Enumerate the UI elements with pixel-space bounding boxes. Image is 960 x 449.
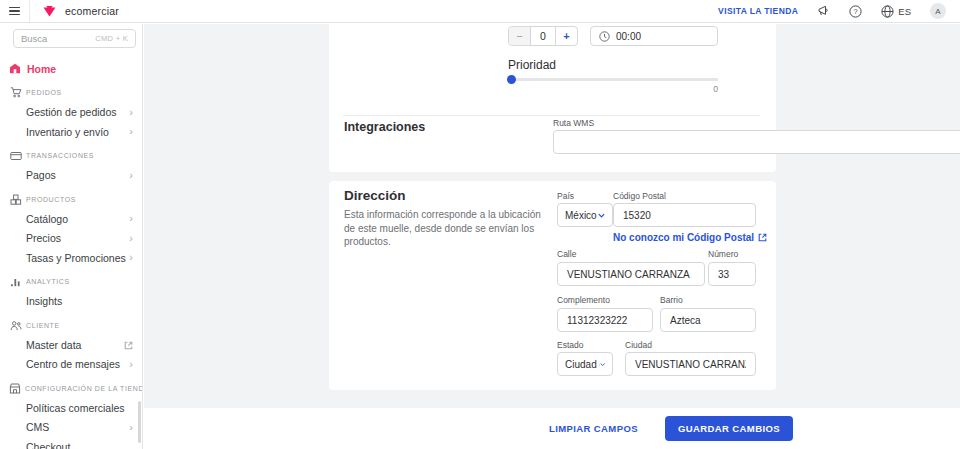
clock-icon xyxy=(599,31,610,42)
sidebar-item-centro-de-mensajes[interactable]: Centro de mensajes› xyxy=(0,355,142,375)
sidebar-sections: PEDIDOSGestión de pedidos›Inventario y e… xyxy=(0,83,142,449)
home-icon xyxy=(9,60,21,78)
neighborhood-label: Barrio xyxy=(660,295,683,305)
quantity-stepper: − 0 + xyxy=(508,26,578,46)
sidebar-section-transacciones: TRANSACCIONESPagos› xyxy=(0,146,142,185)
external-link-icon xyxy=(124,336,133,354)
chevron-down-icon xyxy=(600,362,605,367)
section-title: ANALYTICS xyxy=(0,272,142,292)
topbar: ecomerciar VISITA LA TIENDA ? xyxy=(0,0,960,23)
chevron-right-icon: › xyxy=(129,422,133,433)
sidebar-scrollbar[interactable] xyxy=(138,401,141,443)
dock-settings-card: − 0 + 00:00 Prioridad 0 Integraciones Ru… xyxy=(329,22,776,172)
credit-card-icon xyxy=(9,151,22,161)
city-label: Ciudad xyxy=(625,340,652,350)
help-icon[interactable]: ? xyxy=(849,5,862,18)
chevron-right-icon: › xyxy=(129,170,133,181)
chevron-right-icon: › xyxy=(129,126,133,137)
menu-icon[interactable] xyxy=(0,0,30,22)
sidebar-item-label: Checkout xyxy=(26,441,70,449)
sidebar-section-analytics: ANALYTICSInsights xyxy=(0,272,142,311)
postal-code-help-link[interactable]: No conozco mi Código Postal xyxy=(613,232,767,243)
number-label: Número xyxy=(708,249,738,259)
neighborhood-field[interactable] xyxy=(660,308,756,332)
sidebar-item-home[interactable]: Home xyxy=(0,59,142,79)
sidebar-item-checkout[interactable]: Checkout xyxy=(0,437,142,449)
stepper-value: 0 xyxy=(531,27,555,45)
postal-code-field[interactable] xyxy=(613,203,756,227)
state-label: Estado xyxy=(557,340,583,350)
sidebar-item-label: Inventario y envío xyxy=(26,126,109,138)
sidebar-item-tasas-y-promociones[interactable]: Tasas y Promociones› xyxy=(0,248,142,268)
sidebar-item-politicas-comerciales[interactable]: Políticas comerciales xyxy=(0,398,142,418)
street-field[interactable] xyxy=(557,262,705,286)
package-icon xyxy=(9,194,22,205)
address-description: Esta información corresponde a la ubicac… xyxy=(344,208,547,249)
sidebar-item-label: CMS xyxy=(26,421,49,433)
section-divider xyxy=(343,115,760,116)
section-title: PEDIDOS xyxy=(0,83,142,103)
sidebar: Busca CMD + K Home PEDIDOSGestión de ped… xyxy=(0,24,143,449)
section-title: TRANSACCIONES xyxy=(0,146,142,166)
sidebar-item-insights[interactable]: Insights xyxy=(0,292,142,312)
chevron-down-icon xyxy=(598,213,605,218)
sidebar-item-label: Precios xyxy=(26,232,61,244)
sidebar-item-gestion-de-pedidos[interactable]: Gestión de pedidos› xyxy=(0,103,142,123)
section-title-label: PEDIDOS xyxy=(26,89,62,96)
postal-code-label: Código Postal xyxy=(613,191,666,201)
priority-label: Prioridad xyxy=(508,58,556,72)
sidebar-item-cms[interactable]: CMS› xyxy=(0,418,142,438)
avatar[interactable]: A xyxy=(930,3,946,19)
priority-min-value: 0 xyxy=(508,84,718,94)
section-title-label: CONFIGURACIÓN DE LA TIENDA xyxy=(25,385,143,392)
chevron-right-icon: › xyxy=(129,213,133,224)
section-title-label: TRANSACCIONES xyxy=(26,152,94,159)
stepper-increment-button[interactable]: + xyxy=(555,27,577,45)
country-label: País xyxy=(557,191,574,201)
sidebar-item-label: Políticas comerciales xyxy=(26,402,125,414)
search-shortcut: CMD + K xyxy=(95,34,128,43)
section-title-label: PRODUCTOS xyxy=(26,196,76,203)
street-label: Calle xyxy=(557,249,576,259)
app-window: ecomerciar VISITA LA TIENDA ? xyxy=(0,0,960,449)
sidebar-item-inventario-y-envio[interactable]: Inventario y envío› xyxy=(0,122,142,142)
sidebar-item-label: Centro de mensajes xyxy=(26,358,120,370)
chevron-right-icon: › xyxy=(129,359,133,370)
number-field[interactable] xyxy=(708,262,756,286)
city-field[interactable] xyxy=(625,352,756,376)
sidebar-item-catalogo[interactable]: Catálogo› xyxy=(0,209,142,229)
sidebar-section-configuracion-de-la-tienda: CONFIGURACIÓN DE LA TIENDAPolíticas come… xyxy=(0,379,142,449)
search-input[interactable]: Busca CMD + K xyxy=(13,29,136,48)
sidebar-item-label: Gestión de pedidos xyxy=(26,106,116,118)
country-select[interactable]: México xyxy=(557,203,613,227)
stepper-decrement-button[interactable]: − xyxy=(509,27,531,45)
integrations-heading: Integraciones xyxy=(344,120,425,134)
complement-field[interactable] xyxy=(557,308,653,332)
hamburger-icon xyxy=(9,5,20,18)
save-changes-button[interactable]: GUARDAR CAMBIOS xyxy=(665,416,793,441)
sidebar-item-label: Insights xyxy=(26,295,62,307)
sidebar-item-label: Catálogo xyxy=(26,213,68,225)
megaphone-icon[interactable] xyxy=(817,5,830,17)
svg-text:?: ? xyxy=(854,7,858,16)
search-placeholder: Busca xyxy=(21,33,47,44)
clear-fields-button[interactable]: LIMPIAR CAMPOS xyxy=(543,422,644,435)
visit-store-link[interactable]: VISITA LA TIENDA xyxy=(718,6,798,16)
state-select[interactable]: Ciudad d.. xyxy=(557,352,613,376)
country-value: México xyxy=(565,210,597,221)
sidebar-item-pagos[interactable]: Pagos› xyxy=(0,166,142,186)
sidebar-item-precios[interactable]: Precios› xyxy=(0,229,142,249)
language-switcher[interactable]: ES xyxy=(881,5,911,18)
wms-route-label: Ruta WMS xyxy=(553,118,594,128)
sidebar-section-pedidos: PEDIDOSGestión de pedidos›Inventario y e… xyxy=(0,83,142,142)
sidebar-item-master-data[interactable]: Master data xyxy=(0,335,142,355)
slider-handle[interactable] xyxy=(507,75,516,84)
chevron-right-icon: › xyxy=(129,252,133,263)
priority-slider[interactable] xyxy=(508,78,718,81)
time-input[interactable]: 00:00 xyxy=(590,26,718,46)
account-name: ecomerciar xyxy=(65,5,119,17)
section-title: PRODUCTOS xyxy=(0,190,142,210)
section-title-label: ANALYTICS xyxy=(26,278,70,285)
wms-route-field[interactable] xyxy=(553,130,960,154)
vtex-logo-icon xyxy=(43,6,56,17)
